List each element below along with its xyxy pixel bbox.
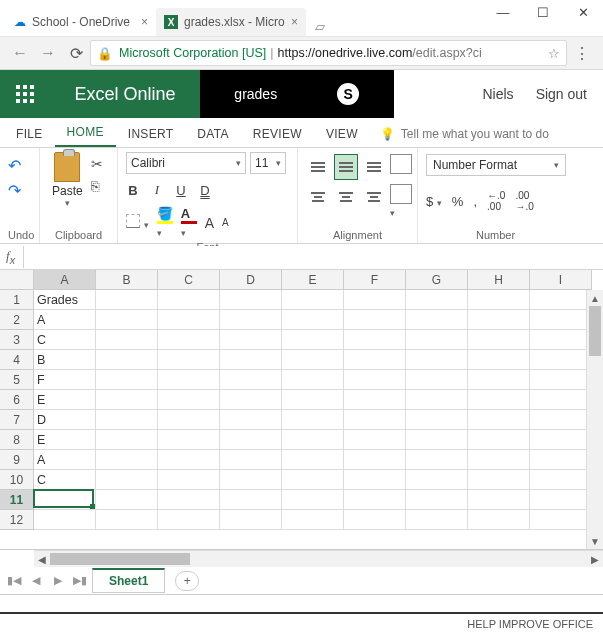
align-right-button[interactable] [362,184,386,210]
cell-H2[interactable] [468,310,530,330]
sheet-nav-first[interactable]: ▮◀ [4,574,24,587]
underline-button[interactable]: U [174,183,188,198]
align-middle-button[interactable] [334,154,358,180]
horizontal-scrollbar[interactable]: ◀ ▶ [34,550,603,567]
scroll-down-button[interactable]: ▼ [587,533,603,549]
sheet-nav-last[interactable]: ▶▮ [70,574,90,587]
browser-tab-onedrive[interactable]: ☁ School - OneDrive × [6,8,156,36]
cell-I7[interactable] [530,410,592,430]
number-format-select[interactable]: Number Format▾ [426,154,566,176]
cell-E6[interactable] [282,390,344,410]
cell-C11[interactable] [158,490,220,510]
cell-B5[interactable] [96,370,158,390]
cell-D2[interactable] [220,310,282,330]
column-header-D[interactable]: D [220,270,282,290]
row-header-6[interactable]: 6 [0,390,34,410]
cell-F4[interactable] [344,350,406,370]
copy-button[interactable]: ⎘ [91,178,103,194]
cell-D3[interactable] [220,330,282,350]
cell-A7[interactable]: D [34,410,96,430]
column-header-F[interactable]: F [344,270,406,290]
cell-A9[interactable]: A [34,450,96,470]
cell-D9[interactable] [220,450,282,470]
bookmark-icon[interactable]: ☆ [548,46,560,61]
cell-F5[interactable] [344,370,406,390]
help-improve-link[interactable]: HELP IMPROVE OFFICE [467,618,593,630]
cell-D5[interactable] [220,370,282,390]
cell-I12[interactable] [530,510,592,530]
column-header-E[interactable]: E [282,270,344,290]
cell-H10[interactable] [468,470,530,490]
cell-F1[interactable] [344,290,406,310]
cell-G7[interactable] [406,410,468,430]
cell-B1[interactable] [96,290,158,310]
cell-G6[interactable] [406,390,468,410]
cell-A6[interactable]: E [34,390,96,410]
font-color-button[interactable]: A ▾ [181,206,197,239]
scroll-thumb[interactable] [589,306,601,356]
column-header-B[interactable]: B [96,270,158,290]
cell-B8[interactable] [96,430,158,450]
window-close-button[interactable]: ✕ [563,0,603,24]
cell-C1[interactable] [158,290,220,310]
cell-E10[interactable] [282,470,344,490]
sheet-tab-sheet1[interactable]: Sheet1 [92,568,165,593]
sign-out-link[interactable]: Sign out [536,86,587,102]
undo-button[interactable]: ↶ [8,156,21,175]
cell-B11[interactable] [96,490,158,510]
fill-color-button[interactable]: 🪣 ▾ [157,206,173,239]
increase-decimal-button[interactable]: ←.0.00 [487,190,505,212]
cell-C2[interactable] [158,310,220,330]
cell-I4[interactable] [530,350,592,370]
paste-button[interactable]: Paste ▾ [48,152,87,227]
cell-I8[interactable] [530,430,592,450]
formula-input[interactable] [23,246,599,268]
scroll-right-button[interactable]: ▶ [587,554,603,565]
cell-E11[interactable] [282,490,344,510]
cell-D12[interactable] [220,510,282,530]
cell-I11[interactable] [530,490,592,510]
cell-I6[interactable] [530,390,592,410]
cell-G8[interactable] [406,430,468,450]
cell-F6[interactable] [344,390,406,410]
tab-file[interactable]: FILE [4,121,55,147]
align-top-button[interactable] [306,154,330,180]
document-title[interactable]: grades [234,86,277,102]
comma-button[interactable]: , [473,194,477,209]
cell-H12[interactable] [468,510,530,530]
cell-A4[interactable]: B [34,350,96,370]
grow-font-button[interactable]: A [205,215,214,231]
percent-button[interactable]: % [452,194,464,209]
cell-H11[interactable] [468,490,530,510]
tab-view[interactable]: VIEW [314,121,370,147]
borders-button[interactable]: ▾ [126,214,149,231]
select-all-corner[interactable] [0,270,34,290]
scroll-left-button[interactable]: ◀ [34,554,50,565]
cell-F8[interactable] [344,430,406,450]
tab-data[interactable]: DATA [185,121,240,147]
merge-button[interactable]: ▾ [390,184,414,210]
skype-icon[interactable]: S [337,83,359,105]
cell-D11[interactable] [220,490,282,510]
cell-C8[interactable] [158,430,220,450]
scroll-thumb[interactable] [50,553,190,565]
cell-C10[interactable] [158,470,220,490]
cell-B3[interactable] [96,330,158,350]
row-header-4[interactable]: 4 [0,350,34,370]
tab-review[interactable]: REVIEW [241,121,314,147]
user-name[interactable]: Niels [483,86,514,102]
cell-H9[interactable] [468,450,530,470]
reload-button[interactable]: ⟳ [62,44,90,63]
cell-E9[interactable] [282,450,344,470]
cell-G5[interactable] [406,370,468,390]
close-icon[interactable]: × [291,15,298,29]
italic-button[interactable]: I [150,182,164,198]
cell-I9[interactable] [530,450,592,470]
column-header-C[interactable]: C [158,270,220,290]
bold-button[interactable]: B [126,183,140,198]
cell-H7[interactable] [468,410,530,430]
scroll-up-button[interactable]: ▲ [587,290,603,306]
cell-E3[interactable] [282,330,344,350]
cell-G10[interactable] [406,470,468,490]
redo-button[interactable]: ↷ [8,181,21,200]
